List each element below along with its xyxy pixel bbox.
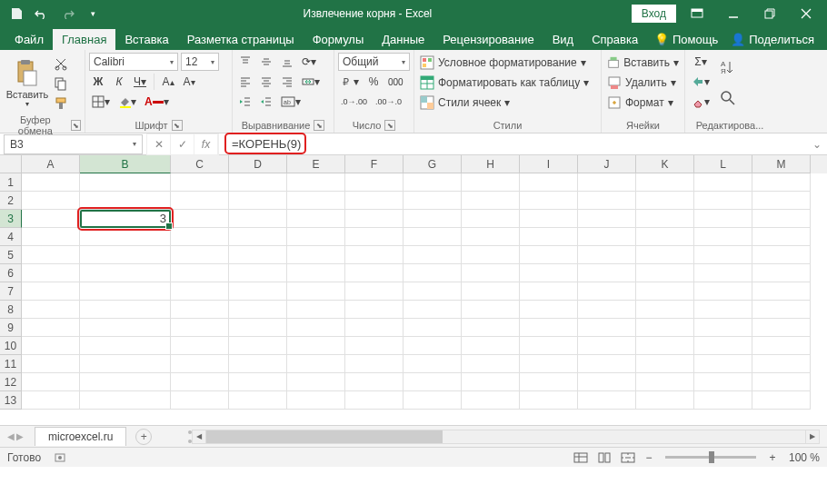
format-cells-button[interactable]: Формат▾: [605, 93, 681, 113]
row-header[interactable]: 3: [0, 210, 22, 228]
align-center-icon[interactable]: [257, 73, 275, 91]
spreadsheet-grid[interactable]: A B C D E F G H I J K L M 1 2 3 4 5 6 7 …: [0, 155, 827, 425]
row-header[interactable]: 13: [0, 391, 22, 410]
find-select-icon[interactable]: [716, 84, 740, 113]
cut-icon[interactable]: [51, 54, 71, 73]
row-header[interactable]: 12: [0, 373, 22, 391]
currency-icon[interactable]: ₽▾: [338, 73, 362, 91]
col-header[interactable]: I: [520, 155, 578, 173]
tell-me-button[interactable]: 💡Помощь: [649, 29, 723, 50]
row-header[interactable]: 10: [0, 337, 22, 355]
zoom-out-icon[interactable]: −: [642, 451, 656, 464]
enter-formula-icon[interactable]: ✓: [171, 134, 194, 154]
row-header[interactable]: 6: [0, 264, 22, 282]
page-break-view-icon[interactable]: [618, 450, 638, 466]
align-right-icon[interactable]: [278, 73, 296, 91]
font-color-icon[interactable]: A▾: [142, 93, 172, 111]
font-launcher-icon[interactable]: ⬊: [172, 120, 183, 131]
bold-button[interactable]: Ж: [89, 73, 107, 91]
clipboard-launcher-icon[interactable]: ⬊: [71, 120, 81, 131]
tab-page-layout[interactable]: Разметка страницы: [178, 29, 304, 50]
col-header[interactable]: E: [287, 155, 345, 173]
ribbon-display-icon[interactable]: [682, 1, 712, 26]
cell-styles-button[interactable]: Стили ячеек▾: [418, 93, 597, 113]
col-header[interactable]: H: [462, 155, 520, 173]
fill-color-icon[interactable]: ▾: [115, 93, 139, 111]
tab-help[interactable]: Справка: [583, 29, 647, 50]
zoom-level[interactable]: 100 %: [789, 451, 820, 464]
align-left-icon[interactable]: [236, 73, 254, 91]
fill-icon[interactable]: ▾: [689, 73, 712, 91]
page-layout-view-icon[interactable]: [594, 450, 614, 466]
col-header[interactable]: J: [578, 155, 636, 173]
formula-input[interactable]: =КОРЕНЬ(9): [223, 134, 807, 154]
col-header[interactable]: L: [694, 155, 752, 173]
autosum-icon[interactable]: Σ▾: [689, 53, 712, 71]
sheet-nav-next-icon[interactable]: ▶: [16, 431, 24, 441]
qat-customize-icon[interactable]: ▾: [82, 3, 104, 25]
decrease-decimal-icon[interactable]: .00→.0: [373, 93, 404, 111]
scroll-left-icon[interactable]: ◀: [192, 430, 206, 444]
col-header[interactable]: K: [636, 155, 694, 173]
row-header[interactable]: 1: [0, 173, 22, 192]
orientation-icon[interactable]: ⟳▾: [299, 53, 319, 71]
copy-icon[interactable]: [51, 74, 71, 93]
tab-home[interactable]: Главная: [53, 29, 115, 50]
row-header[interactable]: 7: [0, 282, 22, 301]
tab-data[interactable]: Данные: [373, 29, 433, 50]
italic-button[interactable]: К: [110, 73, 128, 91]
borders-icon[interactable]: ▾: [89, 93, 113, 111]
save-icon[interactable]: [5, 3, 27, 25]
col-header[interactable]: B: [80, 155, 171, 173]
row-header[interactable]: 11: [0, 355, 22, 373]
insert-cells-button[interactable]: Вставить▾: [605, 53, 681, 73]
decrease-indent-icon[interactable]: [236, 93, 254, 111]
comma-icon[interactable]: 000: [385, 73, 406, 91]
expand-formula-bar-icon[interactable]: ⌄: [807, 138, 827, 151]
tab-insert[interactable]: Вставка: [115, 29, 177, 50]
delete-cells-button[interactable]: Удалить▾: [605, 73, 681, 93]
decrease-font-icon[interactable]: A▾: [180, 73, 198, 91]
col-header[interactable]: M: [752, 155, 811, 173]
restore-icon[interactable]: [754, 1, 785, 26]
tab-view[interactable]: Вид: [543, 29, 583, 50]
wrap-text-icon[interactable]: ab▾: [278, 93, 304, 111]
scroll-thumb[interactable]: [206, 430, 443, 443]
sort-filter-icon[interactable]: AЯ: [716, 53, 740, 82]
undo-icon[interactable]: [31, 3, 53, 25]
fx-icon[interactable]: fx: [194, 134, 218, 154]
format-painter-icon[interactable]: [51, 94, 71, 113]
zoom-in-icon[interactable]: +: [765, 451, 780, 464]
tab-file[interactable]: Файл: [5, 29, 53, 50]
macro-record-icon[interactable]: [54, 451, 66, 464]
row-header[interactable]: 2: [0, 192, 22, 210]
alignment-launcher-icon[interactable]: ⬊: [314, 120, 324, 131]
scroll-right-icon[interactable]: ▶: [805, 430, 820, 444]
font-name-combo[interactable]: Calibri▾: [89, 53, 178, 71]
cells-area[interactable]: 3: [22, 173, 827, 425]
cell-b3[interactable]: 3: [80, 210, 171, 228]
row-header[interactable]: 5: [0, 246, 22, 264]
row-header[interactable]: 4: [0, 228, 22, 246]
row-header[interactable]: 9: [0, 319, 22, 337]
zoom-slider[interactable]: [665, 456, 756, 459]
conditional-formatting-button[interactable]: Условное форматирование▾: [418, 53, 597, 73]
col-header[interactable]: C: [171, 155, 229, 173]
col-header[interactable]: D: [229, 155, 287, 173]
redo-icon[interactable]: [56, 3, 78, 25]
number-format-combo[interactable]: Общий▾: [338, 53, 410, 71]
normal-view-icon[interactable]: [571, 450, 591, 466]
align-top-icon[interactable]: [236, 53, 254, 71]
paste-button[interactable]: Вставить▾: [4, 53, 51, 113]
add-sheet-icon[interactable]: +: [135, 429, 152, 445]
font-size-combo[interactable]: 12▾: [181, 53, 219, 71]
number-launcher-icon[interactable]: ⬊: [384, 120, 395, 131]
merge-icon[interactable]: ▾: [299, 73, 323, 91]
cancel-formula-icon[interactable]: ✕: [147, 134, 171, 154]
clear-icon[interactable]: ▾: [689, 93, 712, 111]
percent-icon[interactable]: %: [364, 73, 383, 91]
col-header[interactable]: G: [404, 155, 462, 173]
login-button[interactable]: Вход: [632, 5, 676, 23]
col-header[interactable]: A: [22, 155, 80, 173]
select-all-corner[interactable]: [0, 155, 22, 173]
